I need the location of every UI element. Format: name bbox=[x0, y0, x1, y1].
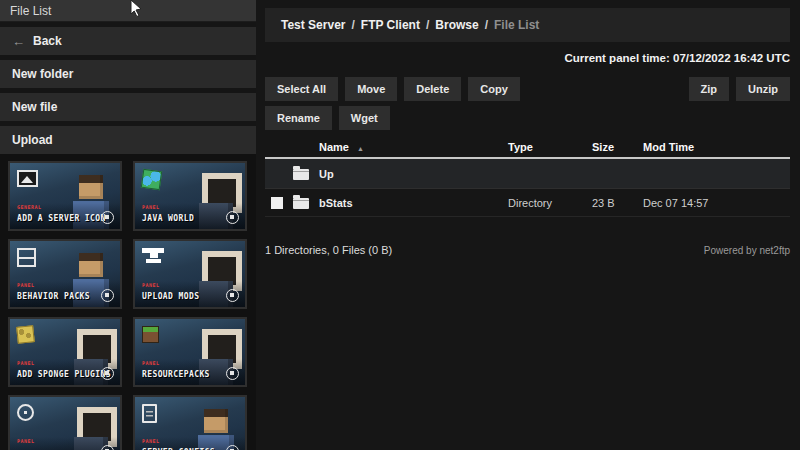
brand-badge-icon bbox=[101, 211, 114, 224]
breadcrumb-separator: / bbox=[426, 18, 429, 32]
tile-title: Java World bbox=[142, 214, 223, 223]
brand-badge-icon bbox=[226, 367, 239, 380]
table-footer: 1 Directories, 0 Files (0 B) Powered by … bbox=[265, 244, 790, 256]
unzip-button[interactable]: Unzip bbox=[736, 77, 790, 101]
file-table: Name ▲ Type Size Mod Time Up bStats Dire bbox=[265, 137, 790, 217]
wget-button[interactable]: Wget bbox=[339, 106, 390, 130]
name-column-label: Name bbox=[319, 141, 349, 153]
sidebar: File List Back New folder New file Uploa… bbox=[0, 0, 256, 450]
column-header-size[interactable]: Size bbox=[592, 141, 643, 153]
brand-badge-icon bbox=[101, 367, 114, 380]
upload-label: Upload bbox=[12, 133, 53, 147]
video-tutorial-grid: GENERAL Add a Server Icon PANEL Java Wor… bbox=[0, 154, 256, 450]
grass-block-icon bbox=[142, 326, 159, 343]
select-all-button[interactable]: Select All bbox=[265, 77, 338, 101]
column-header-name[interactable]: Name ▲ bbox=[319, 141, 508, 153]
tile-tag: PANEL bbox=[142, 360, 160, 366]
package-icon bbox=[17, 248, 36, 267]
tile-title: Resourcepacks bbox=[142, 370, 223, 379]
toolbar-spacer bbox=[527, 77, 682, 101]
file-icon bbox=[142, 404, 157, 423]
sponge-icon bbox=[16, 325, 35, 344]
copy-button[interactable]: Copy bbox=[468, 77, 520, 101]
directory-summary: 1 Directories, 0 Files (0 B) bbox=[265, 244, 392, 256]
circle-icon bbox=[17, 404, 34, 421]
image-icon bbox=[17, 170, 38, 187]
tile-tag: PANEL bbox=[142, 204, 160, 210]
file-size-cell: 23 B bbox=[592, 197, 643, 209]
back-label: Back bbox=[33, 34, 62, 48]
file-name-link[interactable]: bStats bbox=[319, 197, 508, 209]
table-row-up[interactable]: Up bbox=[265, 159, 790, 189]
tile-tag: PANEL bbox=[17, 282, 35, 288]
breadcrumb-test-server[interactable]: Test Server bbox=[281, 18, 345, 32]
sidebar-item-new-folder[interactable]: New folder bbox=[0, 60, 256, 88]
breadcrumb-ftp-client[interactable]: FTP Client bbox=[361, 18, 420, 32]
delete-button[interactable]: Delete bbox=[404, 77, 461, 101]
breadcrumb-file-list: File List bbox=[494, 18, 539, 32]
tile-server-configs[interactable]: PANEL Server Configs bbox=[133, 395, 247, 450]
brand-badge-icon bbox=[226, 289, 239, 302]
folder-icon bbox=[293, 198, 309, 209]
row-checkbox[interactable] bbox=[271, 197, 283, 209]
globe-icon bbox=[141, 169, 162, 190]
mouse-cursor-icon bbox=[129, 0, 142, 17]
table-row-bstats[interactable]: bStats Directory 23 B Dec 07 14:57 bbox=[265, 189, 790, 217]
file-name-link[interactable]: Up bbox=[319, 168, 508, 180]
toolbar-row-2: Rename Wget bbox=[265, 106, 790, 130]
tile-tag: GENERAL bbox=[17, 204, 42, 210]
sidebar-item-new-file[interactable]: New file bbox=[0, 93, 256, 121]
tile-behavior-packs[interactable]: PANEL Behavior Packs bbox=[8, 239, 122, 309]
tile-resourcepacks[interactable]: PANEL Resourcepacks bbox=[133, 317, 247, 387]
tile-tag: PANEL bbox=[142, 282, 160, 288]
tile-title: Add a Server Icon bbox=[17, 214, 98, 223]
column-header-type[interactable]: Type bbox=[508, 141, 592, 153]
tile-title: Add Sponge Plugins bbox=[17, 370, 98, 379]
anvil-icon bbox=[142, 248, 164, 263]
folder-icon bbox=[293, 169, 309, 180]
main-content: Test Server / FTP Client / Browse / File… bbox=[256, 0, 800, 450]
table-header-row: Name ▲ Type Size Mod Time bbox=[265, 137, 790, 159]
file-modtime-cell: Dec 07 14:57 bbox=[643, 197, 790, 209]
tile-add-a-server-icon[interactable]: GENERAL Add a Server Icon bbox=[8, 161, 122, 231]
sidebar-title: File List bbox=[0, 0, 256, 22]
tile-tag: PANEL bbox=[17, 360, 35, 366]
sort-ascending-icon: ▲ bbox=[357, 145, 364, 152]
tile-java-world[interactable]: PANEL Java World bbox=[133, 161, 247, 231]
sidebar-title-label: File List bbox=[10, 4, 51, 18]
sidebar-item-back[interactable]: Back bbox=[0, 27, 256, 55]
column-header-mod-time[interactable]: Mod Time bbox=[643, 141, 790, 153]
tile-title: Behavior Packs bbox=[17, 292, 98, 301]
breadcrumb: Test Server / FTP Client / Browse / File… bbox=[265, 8, 790, 42]
tile-add-sponge-plugins[interactable]: PANEL Add Sponge Plugins bbox=[8, 317, 122, 387]
move-button[interactable]: Move bbox=[345, 77, 397, 101]
breadcrumb-separator: / bbox=[351, 18, 354, 32]
arrow-left-icon bbox=[12, 34, 25, 49]
tile-tag: PANEL bbox=[142, 438, 160, 444]
file-type-cell: Directory bbox=[508, 197, 592, 209]
breadcrumb-browse[interactable]: Browse bbox=[435, 18, 478, 32]
tile-upload-mods[interactable]: PANEL Upload Mods bbox=[133, 239, 247, 309]
breadcrumb-separator: / bbox=[485, 18, 488, 32]
ftp-file-manager-screen: File List Back New folder New file Uploa… bbox=[0, 0, 800, 450]
toolbar-row-1: Select All Move Delete Copy Zip Unzip bbox=[265, 77, 790, 101]
sidebar-item-upload[interactable]: Upload bbox=[0, 126, 256, 154]
brand-badge-icon bbox=[101, 289, 114, 302]
brand-badge-icon bbox=[226, 211, 239, 224]
new-file-label: New file bbox=[12, 100, 57, 114]
tile-title: Upload Mods bbox=[142, 292, 223, 301]
current-panel-time: Current panel time: 07/12/2022 16:42 UTC bbox=[265, 52, 790, 64]
tile-tag: PANEL bbox=[17, 438, 35, 444]
tile-how-to-download-your-world[interactable]: PANEL How to Download Your World bbox=[8, 395, 122, 450]
new-folder-label: New folder bbox=[12, 67, 73, 81]
powered-by-link[interactable]: Powered by net2ftp bbox=[704, 245, 790, 256]
zip-button[interactable]: Zip bbox=[689, 77, 730, 101]
rename-button[interactable]: Rename bbox=[265, 106, 332, 130]
